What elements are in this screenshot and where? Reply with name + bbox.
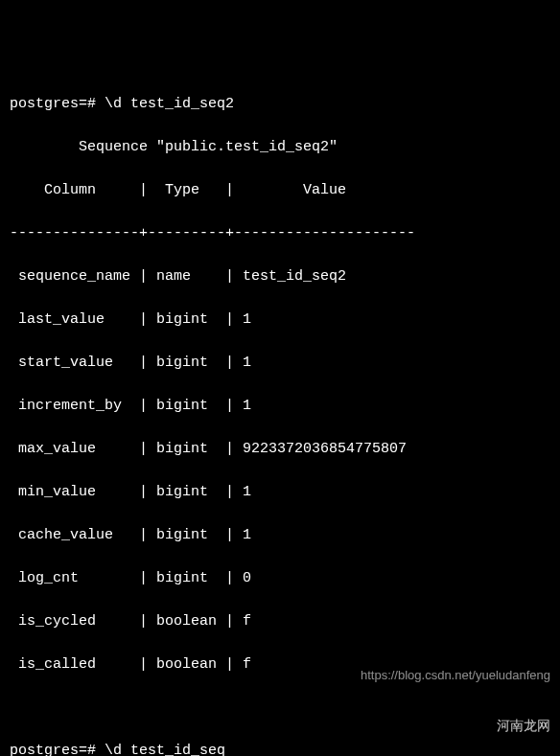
table-row: start_value | bigint | 1	[10, 353, 550, 375]
table-row: is_cycled | boolean | f	[10, 611, 550, 633]
table-row: log_cnt | bigint | 0	[10, 568, 550, 590]
table-row: last_value | bigint | 1	[10, 309, 550, 332]
table-row: cache_value | bigint | 1	[10, 525, 550, 547]
watermark-block: https://blog.csdn.net/yueludanfeng 河南龙网	[361, 635, 550, 750]
watermark-site: 河南龙网	[361, 717, 550, 734]
table-row: min_value | bigint | 1	[10, 482, 550, 504]
table-row: increment_by | bigint | 1	[10, 396, 550, 418]
seq1-title: Sequence "public.test_id_seq2"	[10, 137, 550, 159]
watermark-url: https://blog.csdn.net/yueludanfeng	[361, 668, 550, 684]
prompt-line-1[interactable]: postgres=# \d test_id_seq2	[10, 94, 550, 116]
table-row: max_value | bigint | 9223372036854775807	[10, 439, 550, 461]
seq1-header: Column | Type | Value	[10, 180, 550, 202]
seq1-separator: ---------------+---------+--------------…	[10, 223, 550, 245]
table-row: sequence_name | name | test_id_seq2	[10, 266, 550, 288]
